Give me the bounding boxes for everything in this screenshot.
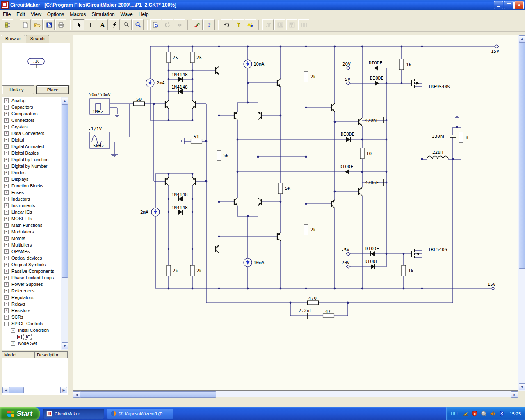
tree-item-resistors[interactable]: +Resistors: [2, 307, 68, 314]
tree-item-regulators[interactable]: +Regulators: [2, 294, 68, 301]
scope-b-button[interactable]: [274, 19, 285, 30]
collapse-icon[interactable]: -: [4, 322, 9, 326]
hotkey-button[interactable]: Hotkey...: [2, 85, 34, 94]
tree-item-instruments[interactable]: +Instruments: [2, 202, 68, 209]
tree-item-linear-ics[interactable]: +Linear ICs: [2, 209, 68, 215]
taskbar-task--3-kapcsol-zem-p-[interactable]: [3] Kapcsolóüzemű (P...: [107, 409, 173, 419]
resistor[interactable]: [167, 52, 171, 63]
resistor[interactable]: [134, 102, 145, 106]
tree-item-data-converters[interactable]: +Data Converters: [2, 130, 68, 137]
tree-item-math-functions[interactable]: +Math Functions: [2, 222, 68, 228]
save-button[interactable]: [43, 19, 55, 30]
bjt-transistor[interactable]: [217, 72, 219, 75]
resistor[interactable]: [167, 265, 171, 276]
resistor[interactable]: [399, 59, 404, 70]
volume-icon[interactable]: [490, 411, 496, 417]
model-scroll-left[interactable]: ◀: [2, 387, 9, 393]
resistor[interactable]: [308, 301, 319, 305]
tree-item-capacitors[interactable]: +Capacitors: [2, 104, 68, 110]
tree-item-scrs[interactable]: +SCRs: [2, 314, 68, 320]
tab-browse[interactable]: Browse: [1, 35, 25, 43]
tree-item-node-set[interactable]: +Node Set: [2, 340, 68, 347]
expand-icon[interactable]: +: [4, 105, 9, 110]
bjt-transistor[interactable]: [235, 203, 237, 206]
open-folder-button[interactable]: [32, 19, 43, 30]
expand-icon[interactable]: +: [4, 276, 9, 280]
expand-icon[interactable]: +: [4, 190, 9, 195]
supply-terminal[interactable]: [346, 82, 350, 85]
probe-button[interactable]: [121, 19, 132, 30]
gray-orb-icon[interactable]: [481, 411, 487, 417]
title-bar[interactable]: CircuitMaker - [C:\Program Files\Circuit…: [0, 0, 525, 10]
tree-item-mosfets[interactable]: +MOSFETs: [2, 215, 68, 222]
zoom-button[interactable]: [132, 19, 144, 30]
tree-item-opamps[interactable]: +OPAMPs: [2, 248, 68, 255]
tree-item-digital[interactable]: +Digital: [2, 137, 68, 143]
expand-icon[interactable]: +: [4, 223, 9, 228]
mosfet[interactable]: [416, 82, 419, 85]
bjt-transistor[interactable]: [332, 109, 335, 112]
expand-icon[interactable]: +: [4, 203, 9, 208]
bjt-transistor[interactable]: [192, 106, 195, 109]
tree-item-references[interactable]: +References: [2, 288, 68, 294]
supply-terminal[interactable]: [346, 66, 350, 70]
expand-icon[interactable]: +: [11, 341, 15, 346]
tree-item-diodes[interactable]: +Diodes: [2, 169, 68, 176]
expand-icon[interactable]: +: [4, 98, 9, 103]
bjt-transistor[interactable]: [360, 123, 362, 126]
canvas-hscroll-thumb[interactable]: [80, 391, 216, 398]
menu-options[interactable]: Options: [44, 11, 67, 18]
tree-item-multipliers[interactable]: +Multipliers: [2, 242, 68, 248]
tree-item-modulators[interactable]: +Modulators: [2, 228, 68, 235]
delete-bolt-button[interactable]: [109, 19, 120, 30]
expand-icon[interactable]: +: [4, 289, 9, 293]
resistor[interactable]: [360, 148, 364, 159]
resistor[interactable]: [191, 139, 202, 143]
supply-terminal[interactable]: [491, 287, 495, 290]
expand-icon[interactable]: +: [4, 295, 9, 300]
menu-macros[interactable]: Macros: [67, 11, 89, 18]
tree-item-optical-devices[interactable]: +Optical devices: [2, 255, 68, 261]
digital-analog-check-button[interactable]: [192, 19, 203, 30]
expand-icon[interactable]: +: [4, 249, 9, 254]
print-button[interactable]: [55, 19, 66, 30]
bjt-transistor[interactable]: [258, 203, 260, 206]
schematic-canvas[interactable]: 2k2k50515k2k5k2k101k1k8470472k2k1N41481N…: [73, 35, 518, 391]
diode[interactable]: [375, 81, 379, 86]
diode[interactable]: [345, 169, 349, 174]
menu-wave[interactable]: Wave: [118, 11, 136, 18]
taskbar-task-circuitmaker[interactable]: CircuitMaker: [43, 409, 104, 419]
tree-item-initial-condition[interactable]: -Initial Condition: [2, 327, 68, 333]
tree-item-digital-basics[interactable]: +Digital Basics: [2, 150, 68, 156]
expand-icon[interactable]: +: [4, 131, 9, 136]
scope-c-button[interactable]: [286, 19, 297, 30]
minimize-button[interactable]: [494, 1, 503, 9]
tree-item-analog[interactable]: +Analog: [2, 97, 68, 104]
tree-item-spice-controls[interactable]: -SPICE Controls: [2, 320, 68, 327]
resistor[interactable]: [323, 314, 334, 318]
canvas-scroll-right[interactable]: ▶: [511, 391, 518, 398]
expand-icon[interactable]: +: [4, 184, 9, 188]
rotate-button[interactable]: [162, 19, 173, 30]
expand-icon[interactable]: +: [4, 315, 9, 320]
new-file-button[interactable]: [20, 19, 31, 30]
expand-icon[interactable]: +: [4, 256, 9, 260]
bjt-transistor[interactable]: [278, 233, 281, 235]
tree-item--ic[interactable]: .IC: [2, 333, 68, 340]
run-wave-button[interactable]: [245, 19, 256, 30]
resistor[interactable]: [304, 71, 308, 82]
resistor[interactable]: [217, 150, 221, 161]
tree-item-digital-by-number[interactable]: +Digital by Number: [2, 163, 68, 169]
tree-item-inductors[interactable]: +Inductors: [2, 196, 68, 202]
description-column-header[interactable]: Description: [35, 352, 68, 358]
canvas-vscroll-thumb[interactable]: [519, 42, 525, 269]
expand-icon[interactable]: +: [4, 197, 9, 201]
mosfet[interactable]: [416, 253, 419, 256]
bjt-transistor[interactable]: [166, 106, 169, 109]
expand-icon[interactable]: +: [4, 164, 9, 169]
tree-item-passive-components[interactable]: +Passive Components: [2, 268, 68, 274]
resistor[interactable]: [190, 265, 194, 276]
expand-icon[interactable]: +: [4, 177, 9, 182]
resistor[interactable]: [459, 132, 463, 143]
tree-item-crystals[interactable]: +Crystals: [2, 123, 68, 130]
